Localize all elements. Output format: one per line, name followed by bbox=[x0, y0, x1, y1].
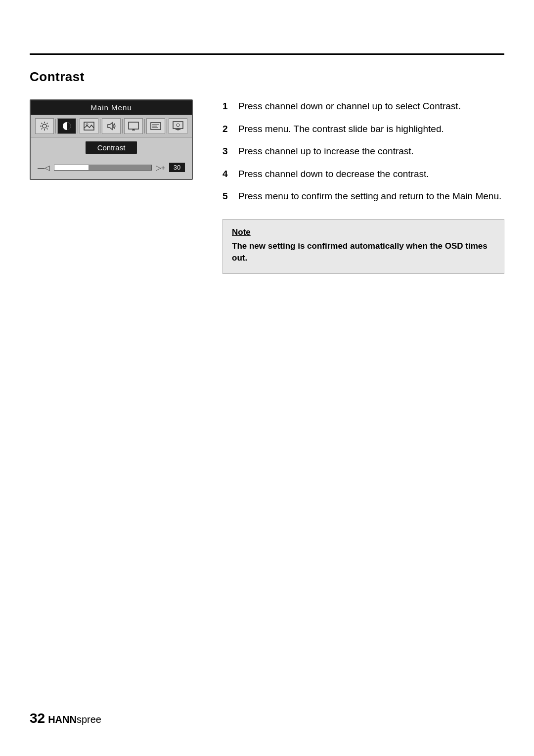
left-column: Main Menu bbox=[30, 99, 203, 180]
content-columns: Main Menu bbox=[30, 99, 504, 274]
slider-right-icon: ▷+ bbox=[156, 164, 165, 172]
osd-mockup: Main Menu bbox=[30, 99, 193, 180]
brand-light: spree bbox=[77, 714, 101, 725]
osd-slider-value: 30 bbox=[169, 163, 185, 172]
osd-slider-track bbox=[54, 165, 152, 171]
svg-line-8 bbox=[42, 129, 43, 130]
osd-icon-osd bbox=[146, 118, 165, 134]
svg-rect-20 bbox=[173, 122, 183, 129]
step-5: 5 Press menu to confirm the setting and … bbox=[222, 189, 504, 203]
step-5-number: 5 bbox=[222, 189, 233, 203]
osd-separator-3 bbox=[100, 119, 100, 133]
svg-point-0 bbox=[43, 124, 46, 128]
section-title: Contrast bbox=[30, 69, 504, 85]
step-4: 4 Press channel down to decrease the con… bbox=[222, 167, 504, 181]
osd-icon-settings bbox=[169, 118, 187, 134]
osd-icon-brightness bbox=[35, 118, 54, 134]
osd-label-row: Contrast bbox=[31, 137, 192, 158]
step-2: 2 Press menu. The contrast slide bar is … bbox=[222, 122, 504, 136]
osd-label: Contrast bbox=[86, 141, 137, 154]
svg-line-7 bbox=[47, 123, 48, 124]
svg-rect-13 bbox=[129, 122, 138, 129]
svg-point-21 bbox=[177, 124, 179, 127]
steps-list: 1 Press channel down or channel up to se… bbox=[222, 99, 504, 203]
osd-icon-picture bbox=[80, 118, 98, 134]
step-3-text: Press channel up to increase the contras… bbox=[238, 144, 414, 158]
osd-icon-display bbox=[124, 118, 143, 134]
note-title: Note bbox=[232, 227, 495, 237]
top-rule bbox=[30, 53, 504, 55]
note-body: The new setting is confirmed automatical… bbox=[232, 240, 495, 265]
brand-bold: HANN bbox=[48, 714, 77, 725]
note-box: Note The new setting is confirmed automa… bbox=[222, 219, 504, 274]
main-content: Contrast Main Menu bbox=[30, 69, 504, 274]
osd-separator-4 bbox=[122, 119, 123, 133]
slider-left-icon: —◁ bbox=[38, 164, 50, 172]
step-3-number: 3 bbox=[222, 144, 233, 158]
step-1-text: Press channel down or channel up to sele… bbox=[238, 99, 461, 113]
osd-icons-row bbox=[31, 115, 192, 137]
step-1: 1 Press channel down or channel up to se… bbox=[222, 99, 504, 113]
svg-line-5 bbox=[42, 123, 43, 124]
osd-slider-fill bbox=[54, 165, 89, 170]
brand: HANNspree bbox=[48, 714, 101, 725]
step-5-text: Press menu to confirm the setting and re… bbox=[238, 189, 501, 203]
osd-separator-1 bbox=[55, 119, 56, 133]
step-4-text: Press channel down to decrease the contr… bbox=[238, 167, 429, 181]
footer: 32 HANNspree bbox=[30, 711, 101, 726]
osd-separator-6 bbox=[167, 119, 167, 133]
osd-slider-row: —◁ ▷+ 30 bbox=[31, 158, 192, 179]
osd-icon-audio bbox=[102, 118, 121, 134]
page-number: 32 bbox=[30, 711, 45, 726]
osd-separator-5 bbox=[144, 119, 145, 133]
step-2-text: Press menu. The contrast slide bar is hi… bbox=[238, 122, 444, 136]
step-1-number: 1 bbox=[222, 99, 233, 113]
osd-icon-contrast bbox=[57, 118, 76, 134]
svg-line-6 bbox=[47, 129, 48, 130]
step-4-number: 4 bbox=[222, 167, 233, 181]
osd-separator-2 bbox=[78, 119, 78, 133]
step-3: 3 Press channel up to increase the contr… bbox=[222, 144, 504, 158]
osd-title-bar: Main Menu bbox=[31, 100, 192, 115]
svg-marker-12 bbox=[108, 123, 112, 130]
right-column: 1 Press channel down or channel up to se… bbox=[222, 99, 504, 274]
step-2-number: 2 bbox=[222, 122, 233, 136]
